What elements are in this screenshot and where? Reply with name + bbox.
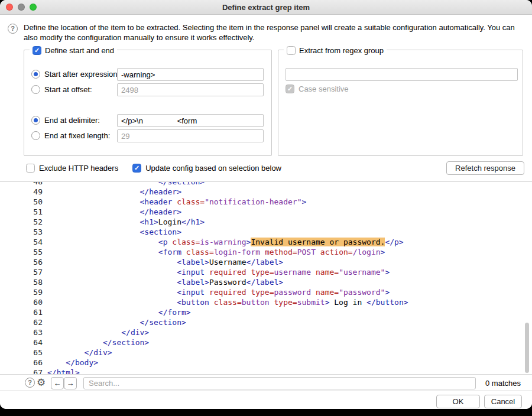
radio-end-at-fixed-length[interactable] bbox=[31, 131, 40, 140]
code-line: 60 <button class=button type=submit> Log… bbox=[0, 297, 532, 307]
line-content[interactable]: </section> bbox=[43, 181, 205, 187]
line-number: 54 bbox=[0, 237, 43, 247]
line-content[interactable]: <input required type=password name="pass… bbox=[43, 287, 390, 297]
line-content[interactable]: </header> bbox=[43, 187, 181, 197]
code-line: 58 <label>Password</label> bbox=[0, 277, 532, 287]
line-number: 55 bbox=[0, 247, 43, 257]
end-length-input[interactable] bbox=[117, 129, 264, 142]
exclude-http-headers-checkbox[interactable] bbox=[26, 164, 35, 173]
line-content[interactable]: <label>Password</label> bbox=[43, 277, 283, 287]
code-line: 57 <input required type=username name="u… bbox=[0, 267, 532, 277]
window-title: Define extract grep item bbox=[0, 0, 532, 15]
extract-regex-checkbox[interactable] bbox=[287, 46, 296, 55]
line-number: 49 bbox=[0, 187, 43, 197]
code-line: 51 </header> bbox=[0, 207, 532, 217]
response-viewer: 48 </section>49 </header>50 <header clas… bbox=[0, 181, 532, 375]
line-number: 52 bbox=[0, 217, 43, 227]
line-content[interactable]: <input required type=username name="user… bbox=[43, 267, 390, 277]
line-number: 67 bbox=[0, 368, 43, 375]
line-content[interactable]: <header class="notification-header"> bbox=[43, 197, 306, 207]
define-start-end-checkbox[interactable] bbox=[33, 46, 41, 55]
line-content[interactable]: </body> bbox=[43, 358, 98, 368]
line-number: 50 bbox=[0, 197, 43, 207]
extract-regex-label: Extract from regex group bbox=[299, 46, 384, 55]
line-content[interactable]: <button class=button type=submit> Log in… bbox=[43, 297, 408, 307]
regex-input-row bbox=[286, 68, 514, 81]
code-line: 55 <form class=login-form method=POST ac… bbox=[0, 247, 532, 257]
start-expression-input[interactable] bbox=[117, 68, 264, 81]
help-icon[interactable]: ? bbox=[8, 24, 18, 34]
line-number: 62 bbox=[0, 317, 43, 327]
regex-group-input[interactable] bbox=[286, 68, 518, 81]
end-length-label: End at fixed length: bbox=[44, 129, 110, 142]
exclude-http-headers-label: Exclude HTTP headers bbox=[39, 164, 118, 173]
line-content[interactable]: </section> bbox=[43, 337, 149, 347]
case-sensitive-row: Case sensitive bbox=[286, 84, 349, 93]
update-config-label: Update config based on selection below bbox=[145, 164, 281, 173]
line-content[interactable]: </form> bbox=[43, 307, 191, 317]
options-row: Exclude HTTP headers Update config based… bbox=[26, 161, 524, 175]
code-line: 56 <label>Username</label> bbox=[0, 257, 532, 267]
line-content[interactable]: <h1>Login</h1> bbox=[43, 217, 205, 227]
titlebar: Define extract grep item bbox=[0, 0, 532, 15]
refetch-response-button[interactable]: Refetch response bbox=[446, 161, 524, 175]
search-input[interactable] bbox=[83, 377, 476, 389]
define-start-end-group: Define start and end Start after express… bbox=[24, 50, 272, 156]
search-bar: ? ⚙ ← → 0 matches bbox=[0, 375, 532, 391]
line-number: 65 bbox=[0, 347, 43, 358]
line-number: 60 bbox=[0, 297, 43, 307]
end-delimiter-input[interactable] bbox=[117, 114, 264, 127]
radio-start-at-offset[interactable] bbox=[31, 85, 40, 94]
search-forward-button[interactable]: → bbox=[64, 377, 77, 389]
update-config-checkbox[interactable] bbox=[132, 164, 141, 173]
code-line: 49 </header> bbox=[0, 187, 532, 197]
cancel-button[interactable]: Cancel bbox=[484, 395, 522, 408]
define-start-end-label: Define start and end bbox=[45, 46, 114, 55]
start-offset-input[interactable] bbox=[117, 83, 264, 96]
line-content[interactable]: </section> bbox=[43, 317, 186, 327]
ok-button[interactable]: OK bbox=[436, 395, 480, 408]
line-content[interactable]: </html> bbox=[43, 368, 80, 375]
line-number: 58 bbox=[0, 277, 43, 287]
code-line: 52 <h1>Login</h1> bbox=[0, 217, 532, 227]
line-number: 48 bbox=[0, 181, 43, 187]
search-back-button[interactable]: ← bbox=[51, 377, 64, 389]
radio-start-after-expression[interactable] bbox=[31, 70, 40, 79]
minimize-button[interactable] bbox=[18, 4, 25, 11]
match-count: 0 matches bbox=[485, 375, 521, 391]
line-content[interactable]: <label>Username</label> bbox=[43, 257, 283, 267]
code-line: 64 </section> bbox=[0, 337, 532, 347]
line-content[interactable]: </header> bbox=[43, 207, 181, 217]
footer: OK Cancel bbox=[0, 392, 532, 409]
end-length-row: End at fixed length: bbox=[31, 129, 263, 142]
line-number: 66 bbox=[0, 358, 43, 368]
code-line: 65 </div> bbox=[0, 347, 532, 358]
search-help-icon[interactable]: ? bbox=[25, 378, 35, 388]
code-line: 62 </section> bbox=[0, 317, 532, 327]
line-number: 59 bbox=[0, 287, 43, 297]
line-number: 51 bbox=[0, 207, 43, 217]
line-content[interactable]: <p class=is-warning>Invalid username or … bbox=[43, 237, 404, 247]
start-expression-row: Start after expression: bbox=[31, 68, 263, 81]
start-offset-label: Start at offset: bbox=[44, 83, 92, 96]
case-sensitive-checkbox[interactable] bbox=[286, 84, 294, 93]
info-text: Define the location of the item to be ex… bbox=[24, 23, 523, 43]
zoom-button[interactable] bbox=[30, 4, 37, 11]
radio-end-at-delimiter[interactable] bbox=[31, 116, 40, 125]
traffic-lights bbox=[6, 4, 37, 11]
start-expression-label: Start after expression: bbox=[44, 68, 119, 81]
search-settings-icon[interactable]: ⚙ bbox=[37, 376, 46, 389]
define-start-end-title: Define start and end bbox=[30, 45, 117, 56]
line-content[interactable]: </div> bbox=[43, 327, 149, 337]
line-content[interactable]: <form class=login-form method=POST actio… bbox=[43, 247, 385, 257]
line-number: 63 bbox=[0, 327, 43, 337]
line-content[interactable]: <section> bbox=[43, 227, 181, 237]
line-content[interactable]: </div> bbox=[43, 347, 112, 358]
code-lines: 48 </section>49 </header>50 <header clas… bbox=[0, 181, 532, 375]
extract-regex-group: Extract from regex group Case sensitive bbox=[278, 50, 523, 156]
code-line: 61 </form> bbox=[0, 307, 532, 317]
scrollbar-thumb[interactable] bbox=[525, 323, 529, 373]
case-sensitive-label: Case sensitive bbox=[299, 84, 349, 93]
close-button[interactable] bbox=[6, 4, 13, 11]
line-number: 61 bbox=[0, 307, 43, 317]
